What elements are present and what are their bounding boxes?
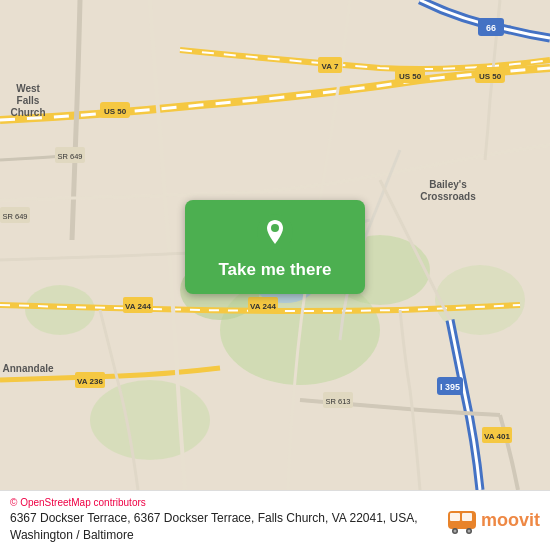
location-pin-icon	[257, 214, 293, 250]
svg-rect-44	[450, 513, 460, 521]
svg-text:Church: Church	[11, 107, 46, 118]
svg-text:VA 401: VA 401	[484, 432, 510, 441]
svg-point-4	[90, 380, 210, 460]
svg-point-48	[453, 529, 456, 532]
osm-attribution[interactable]: © OpenStreetMap contributors	[10, 497, 440, 508]
moovit-bus-icon	[446, 505, 478, 537]
svg-text:VA 7: VA 7	[322, 62, 339, 71]
svg-point-49	[467, 529, 470, 532]
svg-text:Annandale: Annandale	[2, 363, 54, 374]
address-line: 6367 Dockser Terrace, 6367 Dockser Terra…	[10, 510, 440, 544]
svg-text:VA 244: VA 244	[125, 302, 151, 311]
svg-rect-45	[462, 513, 472, 521]
svg-text:66: 66	[486, 23, 496, 33]
svg-text:VA 236: VA 236	[77, 377, 103, 386]
moovit-logo[interactable]: moovit	[446, 505, 540, 537]
svg-text:Bailey's: Bailey's	[429, 179, 467, 190]
svg-text:Falls: Falls	[17, 95, 40, 106]
svg-text:VA 244: VA 244	[250, 302, 276, 311]
footer-text-block: © OpenStreetMap contributors 6367 Dockse…	[10, 497, 440, 544]
svg-text:US 50: US 50	[479, 72, 502, 81]
svg-text:SR 613: SR 613	[325, 397, 350, 406]
moovit-text: moovit	[481, 510, 540, 531]
svg-text:US 50: US 50	[399, 72, 422, 81]
svg-text:US 50: US 50	[104, 107, 127, 116]
svg-text:SR 649: SR 649	[2, 212, 27, 221]
svg-text:I 395: I 395	[440, 382, 460, 392]
map-container: 66 US 50 US 50 US 50 VA 7 SR 649 SR 649 …	[0, 0, 550, 490]
svg-text:West: West	[16, 83, 40, 94]
take-me-there-button[interactable]: Take me there	[185, 200, 365, 294]
footer-bar: © OpenStreetMap contributors 6367 Dockse…	[0, 490, 550, 550]
svg-text:Crossroads: Crossroads	[420, 191, 476, 202]
button-label: Take me there	[218, 260, 331, 280]
svg-point-42	[271, 224, 279, 232]
svg-text:SR 649: SR 649	[57, 152, 82, 161]
